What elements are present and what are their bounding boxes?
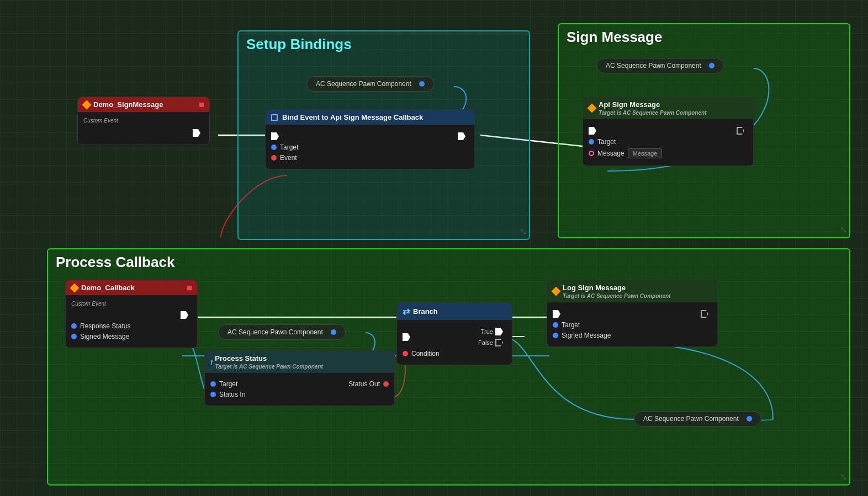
api-message-pin xyxy=(589,151,594,156)
demo-callback-subtitle: Custom Event xyxy=(71,301,192,307)
branch-false-pin xyxy=(495,339,503,346)
process-status-title: Process Status xyxy=(215,354,322,362)
log-exec-in xyxy=(553,310,560,318)
ac-seq-log-label: AC Sequence Pawn Component xyxy=(643,415,739,423)
bind-target-pin xyxy=(271,145,277,150)
resize-handle-3[interactable]: ⤡ xyxy=(840,472,847,482)
resize-handle-2[interactable]: ⤡ xyxy=(840,225,847,235)
demo-callback-node: Demo_Callback Custom Event Response Stat… xyxy=(65,280,198,348)
process-status-subtitle: Target is AC Sequence Pawn Component xyxy=(215,364,322,370)
func-icon: f xyxy=(210,358,213,366)
api-message-label: Message xyxy=(597,150,624,157)
log-title: Log Sign Message xyxy=(563,284,670,292)
signed-msg-pin xyxy=(71,334,77,339)
branch-icon: ⇄ xyxy=(403,306,410,317)
ps-status-out-label: Status Out xyxy=(348,380,380,388)
ps-target-label: Target xyxy=(219,380,237,388)
api-exec-out xyxy=(737,127,744,135)
process-callback-title: Process Callback xyxy=(48,249,849,275)
callback-exec-out xyxy=(181,311,188,319)
response-status-pin xyxy=(71,323,77,329)
branch-title: Branch xyxy=(413,307,438,316)
log-diamond-icon xyxy=(552,287,561,296)
api-sign-message-node: Api Sign Message Target is AC Sequence P… xyxy=(583,97,754,166)
exec-out-pin xyxy=(193,129,200,137)
ps-status-in-label: Status In xyxy=(219,391,245,398)
branch-true-pin xyxy=(495,328,503,335)
signed-msg-label: Signed Message xyxy=(80,333,129,340)
log-exec-out xyxy=(701,310,708,318)
demo-sign-message-node: Demo_SignMessage Custom Event xyxy=(77,97,210,145)
log-target-pin xyxy=(553,322,558,328)
bind-exec-in xyxy=(271,132,279,140)
branch-condition-label: Condition xyxy=(411,350,440,358)
ps-status-out-pin xyxy=(383,381,389,387)
bind-event-pin xyxy=(271,155,277,161)
response-status-label: Response Status xyxy=(80,322,130,330)
ac-seq-log-pill[interactable]: AC Sequence Pawn Component xyxy=(634,411,761,426)
bind-icon xyxy=(271,114,278,121)
log-signed-msg-pin xyxy=(553,333,558,338)
sign-message-title: Sign Message xyxy=(559,24,849,50)
api-target-pin xyxy=(589,139,594,145)
api-target-label: Target xyxy=(597,138,616,146)
api-exec-in xyxy=(589,127,596,135)
setup-bindings-title: Setup Bindings xyxy=(239,31,529,57)
ac-seq-log-pin xyxy=(747,416,752,422)
ac-seq-setup-pin xyxy=(419,81,425,87)
callback-diamond-icon xyxy=(70,283,80,292)
branch-exec-in xyxy=(403,333,410,341)
bind-event-label: Event xyxy=(280,154,297,162)
ac-seq-setup-pill[interactable]: AC Sequence Pawn Component xyxy=(306,76,434,92)
api-sign-title: Api Sign Message xyxy=(599,100,706,109)
ps-target-pin xyxy=(210,381,216,387)
resize-handle[interactable]: ⤡ xyxy=(520,226,527,237)
branch-true-label: True xyxy=(481,328,493,335)
ac-seq-sign-pill[interactable]: AC Sequence Pawn Component xyxy=(596,58,724,73)
red-square-icon xyxy=(199,103,204,107)
api-diamond-icon xyxy=(588,104,597,113)
bind-event-node: Bind Event to Api Sign Message Callback … xyxy=(265,109,475,169)
log-sign-message-node: Log Sign Message Target is AC Sequence P… xyxy=(547,280,718,347)
api-message-value[interactable]: Message xyxy=(628,148,663,158)
log-signed-msg-label: Signed Message xyxy=(562,332,611,339)
branch-false-label: False xyxy=(478,339,493,346)
ac-seq-sign-label: AC Sequence Pawn Component xyxy=(606,62,701,70)
process-status-node: f Process Status Target is AC Sequence P… xyxy=(204,350,395,406)
ac-seq-callback-pin xyxy=(331,329,336,335)
demo-sign-message-title: Demo_SignMessage xyxy=(93,100,163,109)
ac-seq-callback-label: AC Sequence Pawn Component xyxy=(227,328,323,336)
diamond-icon xyxy=(82,100,92,109)
ac-seq-callback-pill[interactable]: AC Sequence Pawn Component xyxy=(218,324,346,340)
ac-seq-sign-pin xyxy=(709,63,714,68)
demo-sign-message-subtitle: Custom Event xyxy=(83,118,204,124)
bind-exec-out xyxy=(458,132,465,140)
ps-status-in-pin xyxy=(210,392,216,397)
bind-target-label: Target xyxy=(280,143,298,151)
callback-square-icon xyxy=(187,286,192,290)
branch-node: ⇄ Branch True False Condition xyxy=(396,302,512,365)
demo-callback-title: Demo_Callback xyxy=(81,284,135,292)
api-sign-subtitle: Target is AC Sequence Pawn Component xyxy=(599,110,706,116)
log-subtitle: Target is AC Sequence Pawn Component xyxy=(563,293,670,299)
bind-event-title: Bind Event to Api Sign Message Callback xyxy=(282,113,423,121)
branch-condition-pin xyxy=(403,351,408,356)
log-target-label: Target xyxy=(562,321,580,329)
ac-seq-setup-label: AC Sequence Pawn Component xyxy=(316,80,411,88)
